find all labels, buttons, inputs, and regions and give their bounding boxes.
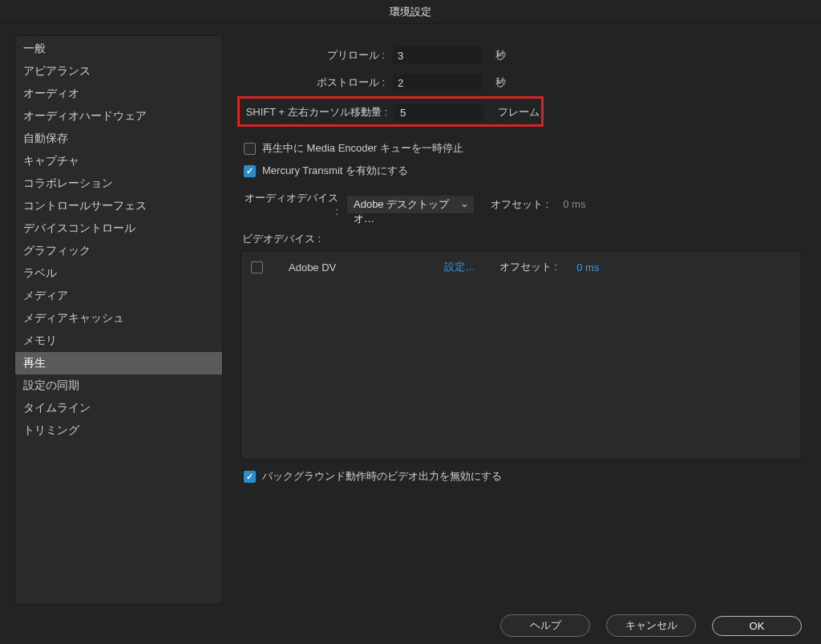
- mercury-transmit-label: Mercury Transmit を有効にする: [262, 164, 408, 178]
- sidebar-item[interactable]: メモリ: [15, 330, 222, 352]
- video-offset-value[interactable]: 0 ms: [576, 261, 599, 273]
- video-offset-label: オフセット :: [499, 260, 557, 274]
- shift-move-input[interactable]: [395, 103, 483, 121]
- sidebar-item[interactable]: オーディオハードウェア: [15, 105, 222, 128]
- sidebar-item[interactable]: メディア: [15, 285, 222, 307]
- audio-offset-label: オフセット :: [491, 197, 548, 212]
- sidebar-item[interactable]: 設定の同期: [15, 375, 222, 397]
- preroll-unit: 秒: [481, 48, 506, 63]
- preroll-input[interactable]: [393, 47, 481, 64]
- disable-bg-output-label: バックグラウンド動作時のビデオ出力を無効にする: [262, 469, 502, 484]
- pause-media-encoder-label: 再生中に Media Encoder キューを一時停止: [262, 141, 463, 156]
- video-device-name: Adobe DV: [289, 261, 425, 273]
- shift-move-label: SHIFT + 左右カーソル移動量 :: [241, 105, 395, 119]
- sidebar: 一般アピアランスオーディオオーディオハードウェア自動保存キャプチャコラボレーショ…: [14, 35, 223, 605]
- sidebar-item[interactable]: ラベル: [15, 262, 222, 285]
- sidebar-item[interactable]: 自動保存: [15, 128, 222, 150]
- video-device-checkbox[interactable]: [251, 261, 263, 273]
- audio-device-select[interactable]: Adobe デスクトップオ…: [346, 195, 475, 214]
- checkbox-unchecked-icon[interactable]: [244, 143, 256, 155]
- help-button[interactable]: ヘルプ: [500, 614, 590, 637]
- sidebar-item[interactable]: メディアキャッシュ: [15, 307, 222, 330]
- sidebar-item[interactable]: コントロールサーフェス: [15, 195, 222, 217]
- sidebar-item[interactable]: 再生: [15, 352, 222, 375]
- dialog-footer: ヘルプ キャンセル OK: [0, 605, 821, 644]
- sidebar-item[interactable]: トリミング: [15, 419, 222, 442]
- audio-device-label: オーディオデバイス :: [241, 191, 346, 217]
- sidebar-item[interactable]: コラボレーション: [15, 172, 222, 195]
- video-device-panel: Adobe DV 設定… オフセット : 0 ms: [241, 251, 802, 460]
- sidebar-item[interactable]: アピアランス: [15, 60, 222, 83]
- content-pane: プリロール : 秒 ポストロール : 秒 SHIFT + 左右カーソル移動量 :…: [236, 35, 807, 605]
- ok-button[interactable]: OK: [712, 616, 802, 636]
- checkbox-checked-icon[interactable]: [244, 471, 256, 483]
- preroll-label: プリロール :: [241, 48, 393, 63]
- pause-media-encoder-row[interactable]: 再生中に Media Encoder キューを一時停止: [244, 141, 802, 156]
- video-device-settings-link[interactable]: 設定…: [444, 260, 475, 274]
- sidebar-item[interactable]: グラフィック: [15, 240, 222, 262]
- checkbox-checked-icon[interactable]: [244, 165, 256, 177]
- sidebar-item[interactable]: オーディオ: [15, 83, 222, 105]
- disable-bg-output-row[interactable]: バックグラウンド動作時のビデオ出力を無効にする: [244, 469, 802, 484]
- window-title: 環境設定: [0, 0, 821, 24]
- shift-move-highlight: SHIFT + 左右カーソル移動量 : フレーム: [237, 96, 544, 127]
- postroll-unit: 秒: [481, 75, 506, 90]
- sidebar-item[interactable]: キャプチャ: [15, 150, 222, 172]
- sidebar-item[interactable]: タイムライン: [15, 397, 222, 419]
- cancel-button[interactable]: キャンセル: [606, 614, 696, 637]
- audio-offset-value: 0 ms: [563, 198, 585, 210]
- mercury-transmit-row[interactable]: Mercury Transmit を有効にする: [244, 164, 802, 178]
- shift-move-unit: フレーム: [483, 105, 540, 119]
- sidebar-item[interactable]: デバイスコントロール: [15, 217, 222, 240]
- video-device-label: ビデオデバイス :: [242, 232, 802, 246]
- postroll-label: ポストロール :: [241, 75, 393, 90]
- postroll-input[interactable]: [393, 74, 481, 91]
- sidebar-item[interactable]: 一般: [15, 38, 222, 60]
